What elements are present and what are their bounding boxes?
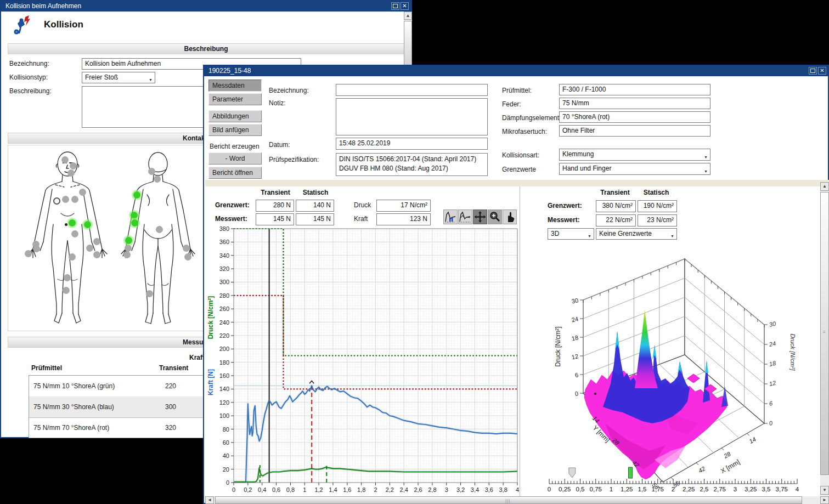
x-tick (721, 448, 724, 450)
f-bezeichnung-input[interactable] (336, 84, 488, 96)
f-pruefspez-textarea[interactable]: DIN ISO/TS 15066:2017-04 (Stand: April 2… (336, 153, 488, 176)
contact-point[interactable] (184, 253, 191, 261)
zoom-tool-button[interactable] (488, 209, 502, 224)
chevron-down-icon: ▼ (149, 78, 153, 82)
slider-tick-label: 3,25 (745, 486, 757, 492)
rp-grenzwerte-dropdown[interactable]: Keine Grenzwerte ▼ (596, 228, 677, 240)
contact-point[interactable] (86, 245, 93, 252)
contact-point[interactable] (65, 223, 67, 226)
x-tick-label: 1 (303, 486, 306, 493)
f-kollisionsart-dropdown[interactable]: Klemmung ▼ (559, 149, 710, 161)
slider-pointer-handle[interactable] (569, 468, 576, 478)
contact-point[interactable] (71, 196, 78, 203)
f-daempfung-input[interactable]: 70 °ShoreA (rot) (559, 111, 710, 123)
slider-tick-label: 0,75 (590, 486, 602, 492)
contact-point[interactable] (146, 290, 153, 297)
beschreibung-label: Beschreibung: (9, 87, 52, 95)
y-tick-label: 120 (219, 399, 229, 406)
word-button[interactable]: - Word (208, 152, 262, 165)
contact-point-active[interactable] (125, 237, 132, 244)
scrollbar-thumb[interactable]: ≡ (820, 192, 829, 475)
x-tick-label: 2,6 (414, 486, 422, 493)
contact-point[interactable] (33, 245, 40, 252)
lp-grenzwert-statisch: 140 N (296, 200, 334, 212)
contact-point[interactable] (67, 169, 75, 177)
y-tick-label: 80 (223, 426, 229, 433)
hand-tool-button[interactable] (503, 209, 517, 224)
kollisionstyp-label: Kollisionstyp: (9, 73, 48, 81)
rp-mode-dropdown[interactable]: 3D ▼ (548, 228, 594, 240)
contact-point[interactable] (64, 274, 71, 281)
f-datum-input[interactable]: 15:48 25.02.2019 (336, 138, 488, 150)
contact-point[interactable] (123, 251, 131, 258)
horizontal-scrollbar[interactable]: ◄ ||| ► (205, 496, 829, 504)
scroll-down-icon[interactable]: ▼ (820, 486, 829, 495)
contact-point[interactable] (63, 287, 70, 294)
close-icon[interactable]: ✕ (818, 67, 826, 75)
contact-point[interactable] (93, 238, 100, 245)
contact-point[interactable] (125, 245, 132, 252)
contact-point-active[interactable] (131, 212, 138, 219)
f-pruefmittel-input[interactable]: F-300 / F-1000 (559, 84, 710, 95)
curve-compare-tool-button[interactable] (458, 209, 472, 224)
contact-point[interactable] (154, 175, 161, 183)
vertical-scrollbar[interactable]: ▲ ≡ ▼ (820, 182, 829, 496)
contact-point[interactable] (183, 245, 190, 252)
contact-point[interactable] (61, 156, 69, 163)
x-tick-label: 0,8 (286, 486, 295, 493)
nav-messdaten-button[interactable]: Messdaten (208, 80, 262, 92)
x-tick-label: 3,6 (485, 486, 493, 493)
nav-parameter-button[interactable]: Parameter (208, 93, 262, 105)
x-tick-label: 1,2 (314, 486, 323, 493)
contact-point[interactable] (79, 189, 86, 196)
kollisionstyp-dropdown[interactable]: Freier Stoß ▼ (82, 72, 155, 83)
f-notiz-textarea[interactable] (336, 98, 488, 135)
z-tick-label: 18 (571, 334, 579, 342)
close-icon[interactable]: ✕ (401, 2, 409, 10)
scroll-up-icon[interactable]: ▲ (820, 182, 829, 191)
maximize-icon[interactable] (809, 67, 817, 75)
bericht-oeffnen-button[interactable]: Bericht öffnen (208, 167, 262, 179)
curve-pause-tool-button[interactable] (443, 209, 458, 224)
x-tick-label: 1,6 (343, 486, 351, 493)
table-cell-pruefmittel: 75 N/mm 10 °ShoreA (grün) (33, 382, 115, 390)
contact-point-active[interactable] (133, 191, 140, 199)
scrollbar-thumb[interactable]: ||| (215, 496, 802, 504)
section-beschreibung-label: Beschreibung (8, 44, 404, 54)
contact-point[interactable] (25, 250, 32, 257)
y-tick-label: 380 (219, 225, 229, 232)
contact-point-active[interactable] (131, 219, 138, 226)
contact-point[interactable] (71, 230, 78, 237)
slider-green-marker[interactable] (629, 467, 633, 478)
time-slider[interactable]: 00,250,50,7511,251,51,7522,252,52,7533,2… (531, 463, 816, 496)
contact-point[interactable] (62, 196, 69, 203)
scroll-right-icon[interactable]: ► (820, 496, 829, 504)
contact-point-active[interactable] (69, 219, 76, 226)
slider-tick-label: 3 (734, 486, 737, 492)
contact-point[interactable] (93, 251, 100, 258)
contact-point[interactable] (148, 168, 155, 175)
z-tick-label: 18 (769, 359, 777, 367)
front-window-titlebar[interactable]: 190225_15-48 ✕ (204, 66, 828, 76)
contact-point[interactable] (69, 253, 76, 261)
y-tick-label: 200 (219, 346, 229, 352)
x-tick-label: 4 (516, 486, 519, 493)
slider-tick-label: 2 (672, 486, 675, 492)
nav-abbildungen-button[interactable]: Abbildungen (208, 110, 262, 122)
f-feder-input[interactable]: 75 N/mm (559, 98, 710, 109)
f-mikrofasertuch-input[interactable]: Ohne Filter (559, 125, 710, 137)
z-tick-label: 24 (768, 340, 776, 348)
scroll-up-icon[interactable]: ▲ (404, 12, 412, 20)
contact-point-active[interactable] (84, 221, 91, 228)
back-window-titlebar[interactable]: Kollision beim Aufnehmen ✕ (1, 1, 411, 12)
f-grenzwerte-dropdown[interactable]: Hand und Finger ▼ (559, 163, 710, 175)
maximize-icon[interactable] (391, 2, 399, 10)
f-feder-label: Feder: (502, 100, 521, 108)
nav-bild-anfuegen-button[interactable]: Bild anfügen (208, 124, 262, 136)
z-tick-label: 30 (571, 297, 579, 304)
contact-point[interactable] (53, 197, 60, 205)
pan-tool-button[interactable] (473, 209, 487, 224)
contact-point[interactable] (156, 226, 163, 233)
contact-point[interactable] (70, 162, 77, 169)
scroll-left-icon[interactable]: ◄ (205, 496, 214, 504)
